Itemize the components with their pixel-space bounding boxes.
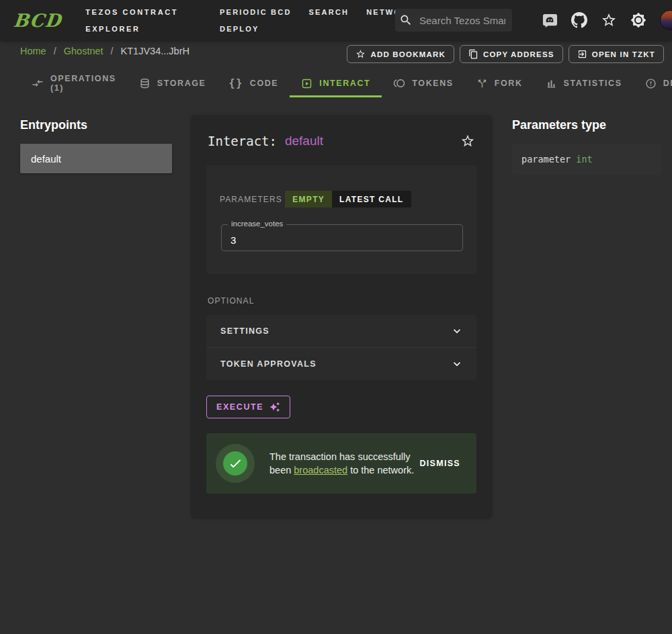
toggle-empty[interactable]: EMPTY <box>285 191 332 208</box>
copy-address-label: COPY ADDRESS <box>483 50 554 58</box>
parameters-type-code: parameter int <box>512 144 661 175</box>
open-external-icon <box>577 49 587 59</box>
tab-interact-label: INTERACT <box>319 79 370 88</box>
search-box[interactable] <box>395 9 512 32</box>
chevron-down-icon <box>450 357 464 371</box>
interact-entrypoint-name: default <box>285 134 323 148</box>
search-icon <box>399 13 413 27</box>
toggle-latest-call[interactable]: LATEST CALL <box>332 191 411 208</box>
breadcrumb-separator: / <box>54 46 56 56</box>
code-keyword: parameter <box>521 154 576 165</box>
open-in-tzkt-button[interactable]: OPEN IN TZKT <box>569 45 664 63</box>
operations-icon <box>32 77 44 89</box>
theme-toggle-sun-icon[interactable] <box>630 12 646 28</box>
code-icon: {} <box>229 77 243 89</box>
app-title: TEZOS CONTRACT EXPLORER <box>85 8 178 33</box>
breadcrumb-separator: / <box>111 46 114 56</box>
discord-icon[interactable] <box>542 12 558 28</box>
tab-statistics-label: STATISTICS <box>564 79 622 88</box>
parameters-section: PARAMETERS EMPTY LATEST CALL increase_vo… <box>206 165 476 274</box>
nav-row-bottom: DEPLOY <box>220 25 421 33</box>
success-check-icon <box>223 451 247 476</box>
code-type: int <box>576 154 592 165</box>
nav-row-top: PERIODIC BCD SEARCH NETWORKS <box>220 8 421 16</box>
tab-operations[interactable]: OPERATIONS (1) <box>20 69 128 97</box>
settings-accordion-row[interactable]: SETTINGS <box>206 315 476 347</box>
tokens-icon <box>393 77 405 89</box>
copy-icon <box>468 49 478 59</box>
statistics-icon <box>546 78 557 89</box>
nav-deploy[interactable]: DEPLOY <box>220 25 259 33</box>
github-icon[interactable] <box>571 12 587 28</box>
breadcrumb-network[interactable]: Ghostnet <box>64 46 103 56</box>
interact-title: Interact: <box>208 134 277 148</box>
nav-search[interactable]: SEARCH <box>309 8 349 16</box>
parameters-source-toggle: EMPTY LATEST CALL <box>285 191 411 208</box>
tab-tokens-label: TOKENS <box>412 79 453 88</box>
tab-statistics[interactable]: STATISTICS <box>534 69 634 97</box>
header-icons <box>542 0 672 40</box>
bcd-logo[interactable]: BCD <box>12 10 62 31</box>
fork-icon <box>476 78 488 89</box>
contract-actions: ADD BOOKMARK COPY ADDRESS OPEN IN TZKT <box>347 45 664 63</box>
entrypoints-title: Entrypoints <box>20 118 172 132</box>
chevron-down-icon <box>450 324 464 338</box>
parameters-type-panel: Parameters type parameter int <box>512 118 661 175</box>
add-bookmark-label: ADD BOOKMARK <box>370 50 446 58</box>
optional-label: OPTIONAL <box>208 296 491 306</box>
star-icon[interactable] <box>601 12 617 28</box>
app-title-line2: EXPLORER <box>85 25 178 33</box>
increase-votes-field: increase_votes <box>221 224 463 251</box>
tab-details-label: DETAILS <box>663 79 672 88</box>
details-icon <box>645 78 657 89</box>
tab-operations-label: OPERATIONS (1) <box>50 74 116 93</box>
broadcasted-link[interactable]: broadcasted <box>294 465 347 476</box>
bookmark-star-icon <box>355 49 366 59</box>
tab-interact[interactable]: INTERACT <box>290 69 382 97</box>
search-input[interactable] <box>418 14 507 27</box>
breadcrumb: Home / Ghostnet / KT1JV34...JbrH <box>20 46 190 56</box>
copy-address-button[interactable]: COPY ADDRESS <box>460 45 563 63</box>
page: BCD TEZOS CONTRACT EXPLORER PERIODIC BCD… <box>0 0 672 634</box>
sparkles-icon <box>269 402 280 412</box>
entrypoints-panel: Entrypoints default <box>20 118 172 173</box>
increase-votes-field-label: increase_votes <box>228 220 286 228</box>
breadcrumb-home[interactable]: Home <box>20 46 46 56</box>
interact-card: Interact: default PARAMETERS EMPTY LATES… <box>192 116 491 517</box>
execute-label: EXECUTE <box>216 402 263 412</box>
token-approvals-label: TOKEN APPROVALS <box>220 359 317 369</box>
tab-storage[interactable]: STORAGE <box>128 69 218 97</box>
dismiss-button[interactable]: DISMISS <box>416 458 465 469</box>
breadcrumb-contract-address: KT1JV34...JbrH <box>121 46 190 56</box>
parameters-type-title: Parameters type <box>512 118 661 132</box>
main-nav: PERIODIC BCD SEARCH NETWORKS DEPLOY <box>220 8 421 33</box>
app-title-line1: TEZOS CONTRACT <box>85 8 178 16</box>
optional-accordion: SETTINGS TOKEN APPROVALS <box>206 315 476 380</box>
user-avatar[interactable] <box>660 10 672 30</box>
interact-header: Interact: default <box>192 116 491 148</box>
alert-message: The transaction has successfully been br… <box>269 450 416 477</box>
parameters-label: PARAMETERS <box>220 195 282 204</box>
tab-storage-label: STORAGE <box>157 79 206 88</box>
tab-code-label: CODE <box>250 79 279 88</box>
favorite-star-icon[interactable] <box>460 134 475 148</box>
alert-text-after: to the network. <box>347 465 414 476</box>
entrypoint-item-default[interactable]: default <box>20 144 172 173</box>
nav-periodic-bcd[interactable]: PERIODIC BCD <box>220 8 291 16</box>
execute-button[interactable]: EXECUTE <box>206 396 290 418</box>
tab-details[interactable]: DETAILS <box>634 69 672 97</box>
tab-fork[interactable]: FORK <box>465 69 534 97</box>
tab-tokens[interactable]: TOKENS <box>382 69 464 97</box>
success-icon-ring <box>216 444 255 483</box>
entrypoint-label: default <box>31 153 61 165</box>
increase-votes-input[interactable] <box>222 225 462 251</box>
contract-tabs: OPERATIONS (1) STORAGE {} CODE INTERACT … <box>20 69 672 97</box>
open-in-tzkt-label: OPEN IN TZKT <box>592 50 655 58</box>
token-approvals-accordion-row[interactable]: TOKEN APPROVALS <box>206 347 476 380</box>
settings-label: SETTINGS <box>220 326 269 336</box>
tab-code[interactable]: {} CODE <box>218 69 290 97</box>
add-bookmark-button[interactable]: ADD BOOKMARK <box>347 45 454 63</box>
storage-icon <box>139 78 151 89</box>
interact-icon <box>301 78 312 89</box>
tab-fork-label: FORK <box>495 79 523 88</box>
